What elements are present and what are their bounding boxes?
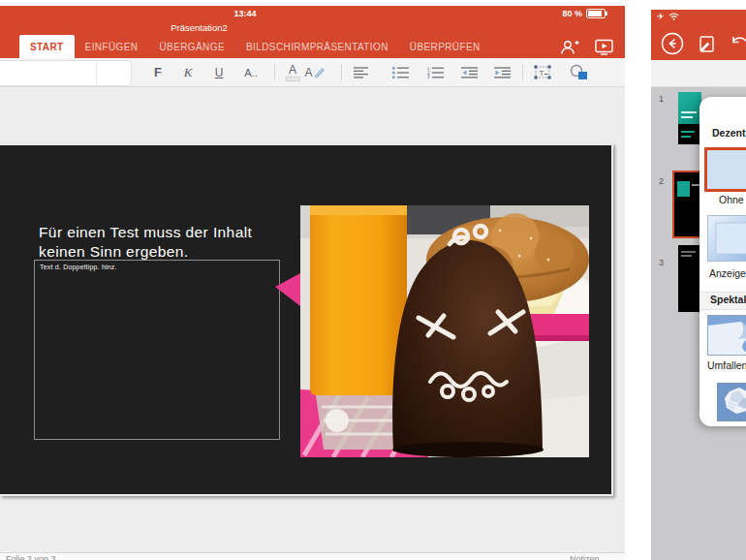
- slide-panel: 1 2 3 Dezent Ohne: [651, 87, 746, 560]
- font-picker-group: [0, 60, 132, 86]
- transition-label-anzeigen: Anzeigen: [709, 267, 746, 279]
- section-header-spektakulaer: Spektakulär: [710, 294, 746, 305]
- tab-bildschirmpraesentation[interactable]: BILDSCHIRMPRÄSENTATION: [235, 35, 399, 58]
- wifi-icon: [668, 13, 679, 20]
- powerpoint-window: 13:44 80 % Präsentation2 START EINFÜGEN …: [0, 0, 625, 560]
- notes-toggle[interactable]: Notizen: [570, 554, 600, 560]
- slide-thumbnail-3[interactable]: [678, 245, 701, 312]
- underline-button[interactable]: U: [206, 60, 232, 84]
- font-formatting-button[interactable]: A..: [236, 60, 265, 84]
- tab-uebergaenge[interactable]: ÜBERGÄNGE: [148, 35, 235, 58]
- bullet-list-button[interactable]: [388, 60, 413, 84]
- placeholder-hint-text: Text d. Doppeltipp. hinz.: [40, 264, 117, 270]
- insert-shapes-button[interactable]: [564, 60, 593, 84]
- pink-triangle-shape[interactable]: [275, 273, 300, 306]
- toolbar-2: [651, 60, 746, 87]
- titlebar: 13:44 80 % Präsentation2: [0, 6, 625, 35]
- tab-start[interactable]: START: [19, 35, 75, 58]
- screenshot-root: 13:44 80 % Präsentation2 START EINFÜGEN …: [0, 0, 746, 560]
- present-slideshow-icon[interactable]: [595, 39, 613, 55]
- share-export-icon[interactable]: [697, 34, 717, 54]
- slide-photo[interactable]: [300, 205, 589, 457]
- formatting-toolbar: F K U A.. A A 123: [0, 58, 625, 87]
- slide-title-text[interactable]: Für einen Test muss der Inhalt keinen Si…: [39, 223, 281, 263]
- font-size-field[interactable]: [97, 61, 131, 85]
- transition-umfallen[interactable]: [707, 315, 746, 356]
- outdent-button[interactable]: [456, 60, 483, 84]
- titlebar-2: ✈: [651, 10, 746, 60]
- bold-button[interactable]: F: [145, 60, 171, 84]
- undo-icon[interactable]: [730, 35, 746, 52]
- transition-label-ohne: Ohne: [719, 194, 744, 205]
- slide-counter-label: Folie 2 von 3: [6, 554, 56, 560]
- transition-ohne-selected[interactable]: [704, 147, 746, 192]
- toolbar-divider: [274, 64, 275, 80]
- back-button[interactable]: [661, 32, 684, 55]
- slide-thumbnail-1[interactable]: [678, 92, 701, 144]
- align-text-button[interactable]: [349, 60, 374, 84]
- share-person-add-icon[interactable]: [560, 39, 579, 55]
- format-brush-button[interactable]: A: [300, 60, 329, 84]
- font-color-swatch: [286, 77, 300, 81]
- font-name-field[interactable]: [0, 61, 97, 85]
- italic-button[interactable]: K: [175, 60, 201, 84]
- transition-label-umfallen: Umfallen: [707, 359, 746, 371]
- thumbnail-number: 2: [659, 176, 664, 186]
- brush-icon: [313, 66, 326, 78]
- breakfast-photo-illustration: [300, 205, 589, 457]
- section-header-dezent: Dezent: [712, 127, 745, 139]
- svg-text:3: 3: [427, 75, 430, 78]
- tab-einfuegen[interactable]: EINFÜGEN: [75, 35, 149, 58]
- toolbar-divider: [522, 64, 523, 80]
- slide-canvas[interactable]: Für einen Test muss der Inhalt keinen Si…: [0, 143, 613, 496]
- indent-button[interactable]: [489, 60, 516, 84]
- battery-icon: [586, 9, 606, 18]
- airplane-mode-icon: ✈: [657, 12, 665, 21]
- svg-text:T: T: [540, 69, 544, 78]
- thumbnail-number: 1: [659, 94, 664, 104]
- status-clock: 13:44: [215, 9, 275, 18]
- battery-percent-label: 80 %: [562, 9, 582, 18]
- battery-indicator: 80 %: [562, 9, 606, 18]
- tab-ueberpruefen[interactable]: ÜBERPRÜFEN: [399, 35, 491, 58]
- thumbnail-number: 3: [659, 258, 664, 267]
- powerpoint-window-2: ✈ 1: [651, 10, 746, 560]
- transitions-popover: Dezent Ohne Anzeigen Spektakulär Umfal: [699, 97, 746, 426]
- transition-zerknuellen[interactable]: [717, 383, 746, 421]
- insert-textbox-button[interactable]: T: [529, 60, 556, 84]
- slide-body-placeholder[interactable]: Text d. Doppeltipp. hinz.: [34, 260, 280, 440]
- toolbar-divider: [341, 64, 342, 80]
- ribbon-tab-bar: START EINFÜGEN ÜBERGÄNGE BILDSCHIRMPRÄSE…: [0, 35, 625, 58]
- transition-anzeigen[interactable]: [707, 215, 746, 262]
- bottom-statusbar: Folie 2 von 3 Notizen: [0, 552, 625, 560]
- document-title: Präsentation2: [143, 22, 255, 33]
- numbered-list-button[interactable]: 123: [422, 60, 448, 84]
